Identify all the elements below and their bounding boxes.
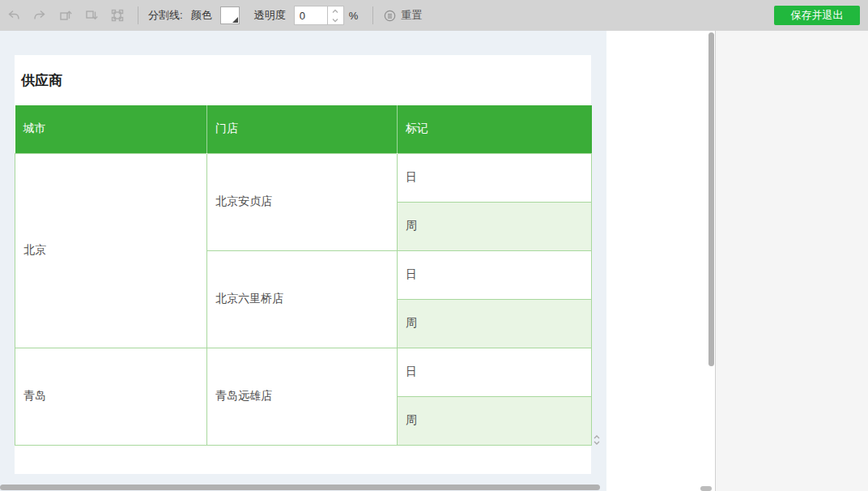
city-cell[interactable]: 北京 — [15, 153, 207, 348]
group-icon[interactable] — [110, 8, 125, 23]
store-cell[interactable]: 北京六里桥店 — [207, 250, 398, 348]
properties-panel — [716, 31, 868, 491]
mark-cell[interactable]: 周 — [398, 299, 592, 348]
send-backward-icon[interactable] — [84, 8, 99, 23]
table-row: 青岛 青岛远雄店 日 — [15, 348, 592, 396]
row-resize-handle[interactable] — [591, 428, 602, 452]
save-and-exit-button[interactable]: 保存并退出 — [774, 6, 860, 25]
supplier-table-card[interactable]: 供应商 城市 门店 标记 北京 北京安贞店 日 — [15, 55, 591, 474]
column-header-city[interactable]: 城市 — [15, 105, 207, 153]
design-canvas[interactable]: 供应商 城市 门店 标记 北京 北京安贞店 日 — [0, 31, 606, 491]
mark-cell[interactable]: 日 — [398, 153, 592, 202]
spinner-down-icon[interactable] — [328, 15, 343, 24]
chevron-up-icon — [593, 434, 601, 440]
mark-cell[interactable]: 日 — [398, 348, 592, 396]
spinner-up-icon[interactable] — [328, 6, 343, 15]
toolbar: 分割线: 颜色 透明度 % 重置 保存并退出 — [0, 0, 868, 31]
column-header-mark[interactable]: 标记 — [398, 105, 592, 153]
table-row: 北京 北京安贞店 日 — [15, 153, 592, 202]
store-cell[interactable]: 青岛远雄店 — [207, 348, 398, 445]
reset-icon — [383, 9, 397, 23]
mark-cell[interactable]: 日 — [398, 250, 592, 299]
divider-color-swatch[interactable] — [220, 6, 240, 24]
toolbar-divider — [138, 6, 138, 24]
swatch-corner-triangle-icon — [232, 17, 238, 23]
opacity-input[interactable] — [294, 6, 328, 25]
reset-label: 重置 — [401, 8, 422, 23]
store-cell[interactable]: 北京安贞店 — [207, 153, 398, 250]
side-panel — [606, 31, 715, 491]
mark-cell[interactable]: 周 — [398, 396, 592, 445]
city-cell[interactable]: 青岛 — [15, 348, 207, 445]
opacity-label: 透明度 — [254, 8, 286, 23]
opacity-spinner — [328, 6, 344, 25]
divider-line-label: 分割线: — [148, 8, 183, 23]
redo-icon[interactable] — [32, 8, 47, 23]
undo-icon[interactable] — [6, 8, 21, 23]
horizontal-scrollbar[interactable] — [0, 485, 600, 490]
bring-forward-icon[interactable] — [58, 8, 73, 23]
main-area: 供应商 城市 门店 标记 北京 北京安贞店 日 — [0, 31, 868, 491]
toolbar-divider — [372, 6, 373, 24]
mark-cell[interactable]: 周 — [398, 202, 592, 250]
column-header-store[interactable]: 门店 — [207, 105, 398, 153]
color-label: 颜色 — [191, 8, 212, 23]
supplier-table[interactable]: 城市 门店 标记 北京 北京安贞店 日 周 北京六里桥店 — [15, 105, 592, 446]
horizontal-scrollbar-small[interactable] — [700, 486, 712, 491]
reset-button[interactable]: 重置 — [383, 8, 422, 23]
opacity-unit-label: % — [349, 10, 359, 22]
opacity-control — [294, 6, 344, 25]
vertical-scrollbar[interactable] — [708, 32, 714, 366]
table-title: 供应商 — [15, 55, 591, 105]
header-row: 城市 门店 标记 — [15, 105, 592, 153]
chevron-down-icon — [593, 440, 601, 446]
